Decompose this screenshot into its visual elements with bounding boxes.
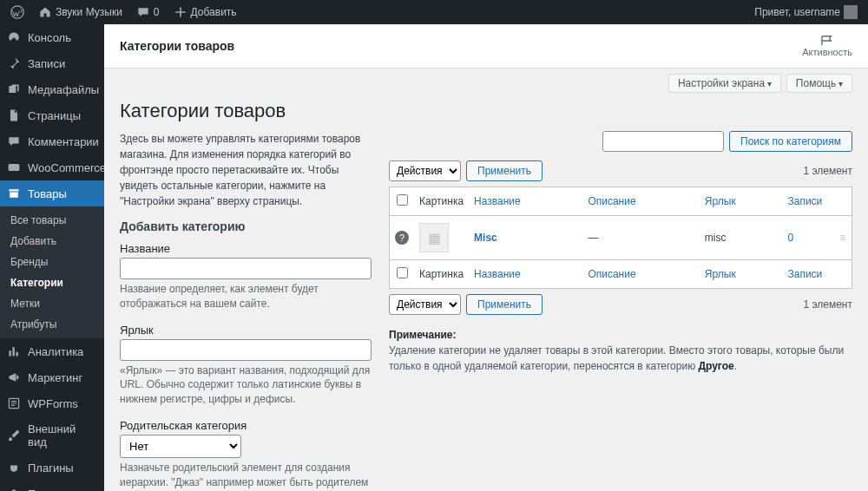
item-count-bottom: 1 элемент bbox=[803, 298, 852, 311]
media-icon bbox=[7, 82, 21, 96]
submenu-all-products[interactable]: Все товары bbox=[0, 210, 104, 231]
comment-icon bbox=[136, 5, 150, 19]
woo-icon bbox=[7, 160, 21, 174]
plug-icon bbox=[7, 461, 21, 475]
home-icon bbox=[38, 5, 52, 19]
tablenav-bottom: Действия Применить 1 элемент bbox=[389, 294, 852, 315]
row-name-link[interactable]: Misc bbox=[474, 232, 497, 244]
col-slug[interactable]: Ярлык bbox=[705, 195, 736, 207]
megaphone-icon bbox=[7, 370, 21, 384]
bulk-action-select-top[interactable]: Действия bbox=[389, 160, 461, 181]
menu-comments[interactable]: Комментарии bbox=[0, 128, 104, 154]
chart-icon bbox=[7, 344, 21, 358]
site-name: Звуки Музыки bbox=[56, 6, 122, 18]
avatar bbox=[844, 5, 858, 19]
bulk-apply-top[interactable]: Применить bbox=[466, 160, 542, 181]
name-input[interactable] bbox=[120, 258, 372, 279]
pin-icon bbox=[7, 56, 21, 70]
row-desc: — bbox=[582, 216, 699, 260]
col-desc[interactable]: Описание bbox=[588, 195, 635, 207]
brush-icon bbox=[7, 429, 21, 442]
menu-woocommerce[interactable]: WooCommerce bbox=[0, 154, 104, 180]
page-header-bar: Категории товаров Активность bbox=[104, 24, 868, 69]
page-icon bbox=[7, 108, 21, 122]
admin-toolbar: Звуки Музыки 0 Добавить Привет, username bbox=[0, 0, 868, 24]
add-category-heading: Добавить категорию bbox=[120, 219, 372, 233]
user-icon bbox=[7, 487, 21, 491]
wordpress-logo[interactable] bbox=[5, 0, 30, 24]
comment-icon bbox=[7, 134, 21, 148]
help-button[interactable]: Помощь bbox=[786, 74, 852, 93]
item-count-top: 1 элемент bbox=[803, 165, 852, 177]
select-all-top[interactable] bbox=[397, 194, 408, 206]
parent-label: Родительская категория bbox=[120, 419, 372, 432]
menu-media[interactable]: Медиафайлы bbox=[0, 76, 104, 102]
menu-wpforms[interactable]: WPForms bbox=[0, 390, 104, 416]
archive-icon bbox=[7, 187, 21, 200]
name-help: Название определяет, как элемент будет о… bbox=[120, 282, 372, 311]
products-submenu: Все товары Добавить Бренды Категории Мет… bbox=[0, 206, 104, 338]
form-icon bbox=[7, 396, 21, 410]
list-column: Поиск по категориям Действия Применить 1… bbox=[389, 131, 852, 491]
screen-options-button[interactable]: Настройки экрана bbox=[668, 74, 781, 93]
page-title: Категории товаров bbox=[120, 100, 852, 122]
wordpress-icon bbox=[10, 5, 24, 19]
col-posts[interactable]: Записи bbox=[788, 195, 823, 207]
site-link[interactable]: Звуки Музыки bbox=[33, 0, 128, 24]
form-column: Здесь вы можете управлять категориями то… bbox=[120, 131, 372, 491]
menu-pages[interactable]: Страницы bbox=[0, 102, 104, 128]
menu-products[interactable]: Товары bbox=[0, 180, 104, 206]
bulk-action-select-bottom[interactable]: Действия bbox=[389, 294, 461, 315]
menu-appearance[interactable]: Внешний вид bbox=[0, 416, 104, 455]
menu-posts[interactable]: Записи bbox=[0, 50, 104, 76]
name-label: Название bbox=[120, 242, 372, 255]
slug-help: «Ярлык» — это вариант названия, подходящ… bbox=[120, 363, 372, 407]
help-badge-icon[interactable]: ? bbox=[395, 231, 409, 245]
tablenav-top: Действия Применить 1 элемент bbox=[389, 160, 852, 181]
comments-link[interactable]: 0 bbox=[131, 0, 165, 24]
row-posts-link[interactable]: 0 bbox=[788, 232, 794, 244]
drag-handle-icon[interactable]: ≡ bbox=[835, 216, 852, 260]
bulk-apply-bottom[interactable]: Применить bbox=[466, 294, 542, 315]
select-all-bottom[interactable] bbox=[397, 267, 408, 278]
parent-help: Назначьте родительский элемент для созда… bbox=[120, 461, 372, 491]
menu-marketing[interactable]: Маркетинг bbox=[0, 364, 104, 390]
activity-panel[interactable]: Активность bbox=[802, 35, 852, 57]
svg-rect-1 bbox=[9, 164, 20, 171]
slug-label: Ярлык bbox=[120, 324, 372, 337]
intro-text: Здесь вы можете управлять категориями то… bbox=[120, 131, 372, 209]
header-title: Категории товаров bbox=[120, 39, 234, 53]
table-row: ? ▦ Misc — misc 0 ≡ bbox=[390, 216, 852, 260]
menu-plugins[interactable]: Плагины bbox=[0, 455, 104, 481]
add-new-label: Добавить bbox=[191, 6, 237, 18]
flag-icon bbox=[819, 35, 835, 47]
user-greeting[interactable]: Привет, username bbox=[749, 0, 863, 24]
submenu-add[interactable]: Добавить bbox=[0, 231, 104, 252]
categories-table: Картинка Название Описание Ярлык Записи … bbox=[389, 187, 852, 289]
menu-analytics[interactable]: Аналитика bbox=[0, 338, 104, 364]
submenu-attributes[interactable]: Атрибуты bbox=[0, 314, 104, 335]
submenu-tags[interactable]: Метки bbox=[0, 293, 104, 314]
comments-count: 0 bbox=[154, 6, 160, 18]
add-new-link[interactable]: Добавить bbox=[168, 0, 242, 24]
slug-input[interactable] bbox=[120, 339, 372, 361]
thumbnail-placeholder: ▦ bbox=[419, 223, 449, 252]
parent-select[interactable]: Нет bbox=[120, 435, 241, 458]
menu-users[interactable]: Пользователи bbox=[0, 481, 104, 491]
submenu-brands[interactable]: Бренды bbox=[0, 252, 104, 272]
admin-sidebar: Консоль Записи Медиафайлы Страницы Комме… bbox=[0, 24, 104, 491]
submenu-categories[interactable]: Категории bbox=[0, 272, 104, 293]
menu-dashboard[interactable]: Консоль bbox=[0, 24, 104, 50]
row-slug: misc bbox=[700, 216, 783, 260]
gauge-icon bbox=[7, 30, 21, 44]
plus-icon bbox=[174, 5, 187, 19]
content-area: Категории товаров Активность Настройки э… bbox=[104, 24, 868, 491]
search-button[interactable]: Поиск по категориям bbox=[729, 131, 852, 152]
screen-meta-links: Настройки экрана Помощь bbox=[120, 74, 852, 93]
col-image: Картинка bbox=[414, 187, 469, 216]
col-name[interactable]: Название bbox=[474, 195, 521, 207]
search-input[interactable] bbox=[602, 131, 724, 152]
footer-note: Примечание: Удаление категории не удаляе… bbox=[389, 327, 852, 374]
